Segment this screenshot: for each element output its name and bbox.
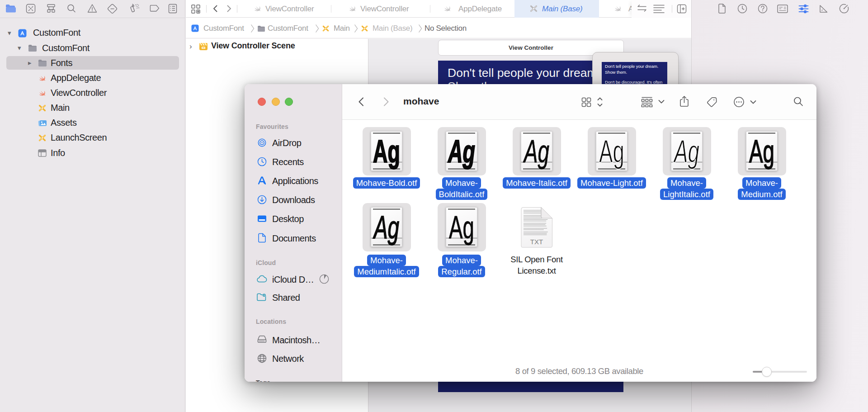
svg-text:Ag: Ag [448,134,475,169]
svg-text:Ag: Ag [523,134,549,169]
svg-text:TXT: TXT [530,238,543,246]
svg-text:Ag: Ag [373,210,399,245]
svg-text:Ag: Ag [673,134,699,169]
svg-text:Ag: Ag [449,210,474,245]
svg-text:Ag: Ag [599,134,624,169]
svg-text:Ag: Ag [749,134,774,169]
svg-text:Ag: Ag [373,134,400,169]
